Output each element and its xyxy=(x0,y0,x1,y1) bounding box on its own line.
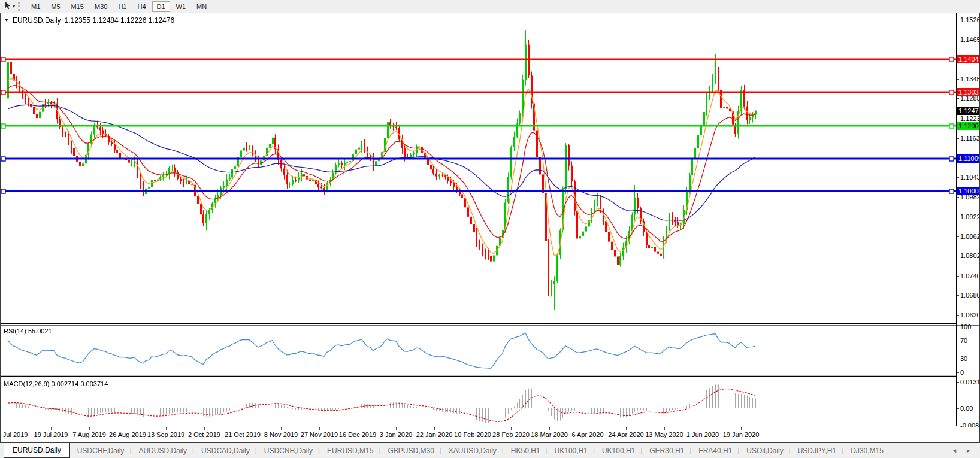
chart-tab[interactable]: UK100,H1 xyxy=(548,443,595,458)
macd-axis-label: 0.00 xyxy=(960,405,973,412)
chart-window: ▼ EURUSD,Daily 1.12355 1.12484 1.12226 1… xyxy=(0,13,980,443)
rsi-label: RSI(14) 55.0021 xyxy=(4,327,52,335)
price-axis-label: 1.07405 xyxy=(960,273,980,280)
macd-label: MACD(12,26,9) 0.002714 0.003714 xyxy=(4,380,108,387)
chart-tab[interactable]: USDCAD,Daily xyxy=(194,443,257,458)
price-axis-label: 1.10435 xyxy=(960,174,980,181)
price-axis-label: 1.06805 xyxy=(960,292,980,299)
chart-tab[interactable]: AUDUSD,Daily xyxy=(131,443,194,458)
rsi-tick xyxy=(957,372,959,373)
rsi-indicator-canvas[interactable] xyxy=(1,326,956,377)
toolbar-grip[interactable] xyxy=(18,2,20,11)
date-axis-label: 19 Jun 2020 xyxy=(714,431,768,438)
date-tick xyxy=(128,427,128,430)
cursor-tool-button[interactable]: ▾ xyxy=(2,1,17,13)
date-tick xyxy=(89,427,90,430)
timeframe-button[interactable]: D1 xyxy=(152,1,170,12)
dropdown-caret-icon[interactable]: ▾ xyxy=(13,4,15,9)
price-chart-canvas[interactable] xyxy=(1,14,956,324)
rsi-tick xyxy=(957,327,959,327)
hline-price-badge: 1.11009 xyxy=(957,154,979,163)
macd-tick xyxy=(957,408,959,409)
price-tick xyxy=(957,217,959,217)
price-tick xyxy=(957,20,959,20)
timeframe-button[interactable]: MN xyxy=(192,1,211,12)
price-tick xyxy=(957,295,959,296)
rsi-axis-label: 0 xyxy=(960,369,964,376)
chart-tab[interactable]: GER30,H1 xyxy=(642,443,691,458)
chart-tab[interactable]: USDJPY,H1 xyxy=(791,443,843,458)
scroll-left-icon[interactable]: ◄ xyxy=(951,447,957,454)
date-tick xyxy=(13,427,13,430)
price-axis-label: 1.08020 xyxy=(960,253,980,259)
date-tick xyxy=(626,427,627,430)
chart-tab[interactable]: GBPUSD,M30 xyxy=(380,443,441,458)
date-tick xyxy=(549,427,550,430)
chart-tab[interactable]: XAUUSD,Daily xyxy=(441,443,504,458)
timeframe-button[interactable]: H1 xyxy=(113,1,131,12)
price-tick xyxy=(957,119,959,119)
price-axis-label: 1.15265 xyxy=(960,17,980,23)
bid-price-badge: 1.12476 xyxy=(957,107,979,115)
time-axis: 1 Jul 201919 Jul 20197 Aug 201926 Aug 20… xyxy=(1,427,979,442)
date-tick xyxy=(396,427,397,430)
price-tick xyxy=(957,40,959,40)
rsi-axis-label: 70 xyxy=(960,338,967,344)
rsi-pane-separator[interactable] xyxy=(1,325,979,326)
hline-price-badge: 1.13034 xyxy=(957,88,979,96)
price-axis-label: 1.08620 xyxy=(960,233,980,240)
toolbar-separator xyxy=(214,2,214,11)
chart-title: ▼ EURUSD,Daily 1.12355 1.12484 1.12226 1… xyxy=(4,16,174,25)
price-tick xyxy=(957,79,959,80)
chart-tab[interactable]: UK100,H1 xyxy=(595,443,642,458)
chart-tab[interactable]: HK50,H1 xyxy=(504,443,548,458)
timeframe-button[interactable]: M1 xyxy=(26,1,45,12)
chart-tab[interactable]: USOil,Daily xyxy=(739,443,790,458)
price-scale-border xyxy=(956,13,957,426)
hline-price-badge: 1.10008 xyxy=(957,187,979,195)
date-tick xyxy=(664,427,665,430)
collapse-arrow-icon[interactable]: ▼ xyxy=(4,18,9,23)
price-tick xyxy=(957,177,959,178)
date-tick xyxy=(243,427,243,430)
timeframe-button[interactable]: M15 xyxy=(66,1,89,12)
date-tick xyxy=(741,427,742,430)
price-tick xyxy=(957,197,959,198)
scroll-right-icon[interactable]: ► xyxy=(966,447,972,454)
macd-pane-separator[interactable] xyxy=(1,378,979,378)
macd-tick xyxy=(957,382,959,383)
rsi-tick xyxy=(957,359,959,359)
hline-price-badge: 1.12004 xyxy=(957,122,979,130)
timeframe-button[interactable]: M30 xyxy=(90,1,112,12)
rsi-axis-label: 100 xyxy=(960,324,971,330)
date-tick xyxy=(511,427,512,430)
price-axis-label: 1.14650 xyxy=(960,37,980,43)
date-tick xyxy=(588,427,588,430)
date-tick xyxy=(51,427,52,430)
chart-tab[interactable]: DJ30,M15 xyxy=(843,443,891,458)
chart-tab[interactable]: EURUSD,M15 xyxy=(320,443,380,458)
timeframe-button[interactable]: W1 xyxy=(171,1,191,12)
macd-axis-label: 0.013121 xyxy=(960,379,980,386)
price-axis-label: 1.11635 xyxy=(960,135,980,142)
rsi-axis-label: 30 xyxy=(960,356,967,362)
timeframe-toolbar: M1M5M15M30H1H4D1W1MN xyxy=(26,0,212,13)
price-tick xyxy=(957,236,959,237)
rsi-tick xyxy=(957,341,959,341)
price-tick xyxy=(957,276,959,277)
top-toolbar: ▾ M1M5M15M30H1H4D1W1MN xyxy=(0,0,980,13)
tab-scroll-controls: ◄ ► xyxy=(943,443,980,458)
timeframe-button[interactable]: M5 xyxy=(46,1,65,12)
chart-tab[interactable]: FRA40,H1 xyxy=(691,443,739,458)
chart-tab[interactable]: USDCNH,Daily xyxy=(257,443,320,458)
timeframe-button[interactable]: H4 xyxy=(132,1,150,12)
chart-tab[interactable]: USDCHF,Daily xyxy=(70,443,132,458)
macd-tick xyxy=(957,426,959,426)
chart-tab[interactable]: EURUSD,Daily xyxy=(4,443,70,458)
date-tick xyxy=(166,427,167,430)
date-tick xyxy=(358,427,358,430)
macd-indicator-canvas[interactable] xyxy=(1,378,956,426)
mt4-terminal: ▾ M1M5M15M30H1H4D1W1MN ▼ EURUSD,Daily 1.… xyxy=(0,0,980,458)
price-axis-label: 1.13450 xyxy=(960,76,980,83)
chart-symbol-label: EURUSD,Daily xyxy=(13,16,61,25)
